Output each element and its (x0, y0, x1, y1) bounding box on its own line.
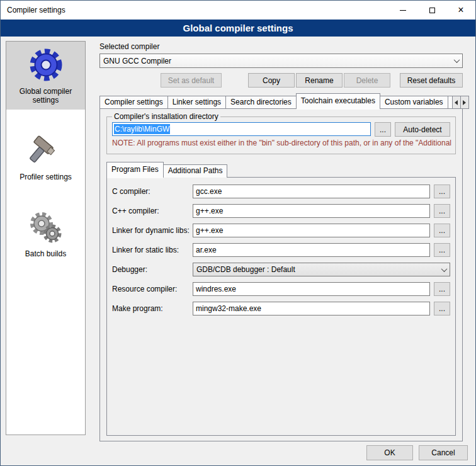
installation-directory-group: Compiler's installation directory C:\ray… (106, 116, 456, 154)
triangle-left-icon (455, 100, 458, 105)
profiler-tool-icon (26, 132, 65, 170)
tab-linker-settings[interactable]: Linker settings (167, 96, 226, 109)
program-files-panel: C compiler: ... C++ compiler: ... Linker… (106, 177, 456, 436)
make-program-browse-button[interactable]: ... (434, 302, 450, 315)
executables-subtabs: Program Files Additional Paths (106, 164, 227, 178)
rename-button[interactable]: Rename (296, 73, 343, 88)
c-compiler-browse-button[interactable]: ... (434, 185, 450, 198)
dialog-heading: Global compiler settings (1, 20, 475, 37)
tab-search-directories[interactable]: Search directories (225, 96, 297, 109)
maximize-icon (429, 8, 435, 13)
c-compiler-label: C compiler: (112, 187, 193, 196)
static-linker-browse-button[interactable]: ... (434, 243, 450, 257)
cpp-compiler-input[interactable] (193, 204, 430, 218)
gray-gears-icon (26, 209, 65, 247)
compiler-settings-window: Compiler settings × Global compiler sett… (0, 0, 476, 466)
chevron-down-icon (438, 263, 450, 276)
settings-category-list: Global compiler settings Profiler settin… (6, 41, 86, 435)
caption-buttons: × (388, 1, 475, 20)
c-compiler-input[interactable] (193, 185, 430, 198)
installation-directory-label: Compiler's installation directory (112, 112, 220, 121)
blue-gear-icon (26, 47, 65, 84)
dialog-heading-text: Global compiler settings (183, 23, 293, 33)
close-icon: × (458, 5, 463, 15)
tab-scroll-left-button[interactable] (452, 96, 461, 109)
copy-button[interactable]: Copy (248, 73, 295, 88)
tab-compiler-settings[interactable]: Compiler settings (99, 96, 168, 109)
tab-custom-variables[interactable]: Custom variables (380, 96, 448, 109)
selected-compiler-dropdown[interactable]: GNU GCC Compiler (99, 54, 463, 68)
tab-additional-paths[interactable]: Additional Paths (163, 164, 228, 178)
debugger-row: Debugger: GDB/CDB debugger : Default (112, 263, 450, 276)
cpp-compiler-label: C++ compiler: (112, 207, 193, 215)
tab-toolchain-executables[interactable]: Toolchain executables (296, 93, 380, 109)
cpp-compiler-browse-button[interactable]: ... (434, 204, 450, 218)
selected-compiler-label: Selected compiler (99, 42, 159, 51)
c-compiler-row: C compiler: ... (112, 185, 450, 198)
cpp-compiler-row: C++ compiler: ... (112, 204, 450, 218)
titlebar[interactable]: Compiler settings × (1, 1, 475, 20)
note-text: NOTE: All programs must exist either in … (112, 139, 455, 147)
close-button[interactable]: × (446, 1, 475, 20)
tab-scroll-right-button[interactable] (460, 96, 469, 109)
make-program-input[interactable] (193, 302, 430, 315)
set-as-default-button[interactable]: Set as default (161, 73, 222, 88)
sidebar-item-profiler-settings[interactable]: Profiler settings (6, 127, 85, 186)
auto-detect-button[interactable]: Auto-detect (395, 122, 450, 137)
cancel-button[interactable]: Cancel (419, 445, 468, 460)
dynamic-linker-browse-button[interactable]: ... (434, 224, 450, 237)
dynamic-linker-input[interactable] (193, 224, 430, 237)
resource-compiler-row: Resource compiler: ... (112, 282, 450, 296)
resource-compiler-input[interactable] (193, 282, 430, 296)
minimize-icon (400, 10, 406, 11)
toolchain-executables-page: Compiler's installation directory C:\ray… (99, 108, 463, 441)
reset-defaults-button[interactable]: Reset defaults (400, 73, 463, 88)
dynamic-linker-label: Linker for dynamic libs: (112, 226, 193, 235)
browse-directory-button[interactable]: ... (375, 122, 391, 137)
chevron-down-icon (451, 54, 462, 67)
debugger-value: GDB/CDB debugger : Default (193, 265, 438, 274)
ok-button[interactable]: OK (366, 445, 413, 460)
sidebar-item-label: Profiler settings (20, 173, 72, 181)
selected-compiler-value: GNU GCC Compiler (100, 57, 451, 65)
static-linker-label: Linker for static libs: (112, 246, 193, 254)
installation-directory-input[interactable]: C:\raylib\MinGW (112, 122, 371, 136)
compiler-action-buttons: Set as default Copy Rename Delete Reset … (99, 73, 463, 88)
triangle-right-icon (463, 100, 466, 105)
dialog-footer: OK Cancel (366, 445, 468, 460)
delete-button[interactable]: Delete (344, 73, 390, 88)
settings-content: Selected compiler GNU GCC Compiler Set a… (92, 40, 472, 443)
resource-compiler-browse-button[interactable]: ... (434, 282, 450, 296)
debugger-dropdown[interactable]: GDB/CDB debugger : Default (193, 263, 450, 276)
make-program-row: Make program: ... (112, 302, 450, 315)
installation-directory-value: C:\raylib\MinGW (114, 124, 170, 134)
debugger-label: Debugger: (112, 265, 193, 274)
static-linker-row: Linker for static libs: ... (112, 243, 450, 257)
static-linker-input[interactable] (193, 243, 430, 257)
make-program-label: Make program: (112, 304, 193, 313)
sidebar-item-global-compiler-settings[interactable]: Global compiler settings (6, 42, 85, 110)
tab-program-files[interactable]: Program Files (106, 162, 164, 178)
compiler-settings-tabs: Compiler settings Linker settings Search… (99, 95, 463, 109)
sidebar-item-label: Batch builds (25, 249, 66, 258)
sidebar-item-label: Global compiler settings (8, 87, 84, 105)
window-title: Compiler settings (1, 6, 65, 14)
sidebar-item-batch-builds[interactable]: Batch builds (6, 204, 85, 263)
resource-compiler-label: Resource compiler: (112, 285, 193, 293)
dynamic-linker-row: Linker for dynamic libs: ... (112, 224, 450, 237)
minimize-button[interactable] (388, 1, 417, 20)
maximize-button[interactable] (417, 1, 446, 20)
tab-scrollers (453, 96, 469, 109)
installation-directory-row: C:\raylib\MinGW ... Auto-detect (112, 122, 450, 136)
